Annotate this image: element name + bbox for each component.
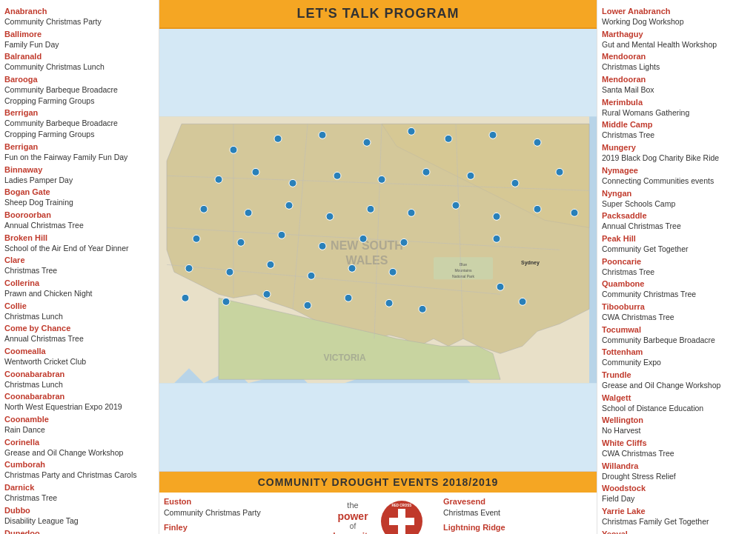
svg-point-27 [289,179,296,187]
left-sidebar-item: School of the Air End of Year Dinner [4,243,154,254]
svg-point-51 [185,264,193,272]
svg-point-55 [348,264,356,272]
right-sidebar-item: Grease and Oil Change Workshop [602,380,752,391]
svg-point-23 [489,131,497,138]
main-content: LET'S TALK PROGRAM Blue [159,0,597,534]
svg-text:Sydney: Sydney [521,260,540,266]
right-sidebar-item: Super Schools Camp [602,198,752,210]
left-sidebar-section-title: Berrigan [4,108,154,117]
left-sidebar-item: North West Equestrian Expo 2019 [4,401,154,413]
right-sidebar-item: Christmas Lights [602,61,752,73]
svg-point-21 [408,127,415,135]
left-sidebar-item: Community Christmas Party [4,16,154,27]
svg-point-34 [200,205,208,213]
right-sidebar-section-title: Middle Camp [602,120,752,129]
left-sidebar-section-title: Collie [4,301,154,310]
svg-text:National Park: National Park [452,274,475,278]
svg-point-39 [408,209,415,216]
left-sidebar-section-title: Binnaway [4,165,154,174]
svg-point-24 [534,138,541,146]
svg-point-47 [319,242,326,250]
left-sidebar-item: Prawn and Chicken Night [4,288,154,299]
right-sidebar-section-title: Mendooran [602,75,752,84]
left-sidebar-section-title: Collerina [4,278,154,287]
svg-point-49 [400,238,408,246]
right-sidebar-section-title: Tocumwal [602,325,752,334]
right-sidebar-section-title: Marthaguy [602,30,752,39]
drought-euston-item: Community Christmas Party [164,507,313,519]
left-sidebar-section-title: Dunedoo [4,529,154,535]
svg-point-63 [345,294,352,301]
right-sidebar: Lower AnabranchWorking Dog WorkshopMarth… [597,0,756,534]
drought-content: Euston Community Christmas Party Finley … [159,493,597,534]
logos-area: the power of humanity AUSTRALIAN RED CRO… [319,497,437,534]
svg-point-65 [419,305,426,313]
right-sidebar-item: Community Christmas Tree [602,289,752,300]
drought-title: COMMUNITY DROUGHT EVENTS 2018/2019 [159,472,597,493]
left-sidebar-item: Grease and Oil Change Workshop [4,447,154,458]
right-sidebar-item: Community Barbeque Broadacre [602,335,752,346]
left-sidebar-section-title: Barooga [4,75,154,84]
right-sidebar-item: CWA Christmas Tree [602,448,752,459]
power-the: the [333,500,372,510]
svg-text:VICTORIA: VICTORIA [323,353,365,363]
svg-rect-68 [398,509,405,534]
right-sidebar-section-title: Yeoval [602,530,752,534]
left-sidebar-section-title: Coonabarabran [4,370,154,378]
drought-finley-title: Finley [164,523,313,532]
power-humanity-logo: the power of humanity [333,500,372,534]
drought-gravesend-title: Gravesend [443,497,592,506]
svg-point-29 [378,176,385,183]
right-sidebar-item: Drought Stress Relief [602,471,752,482]
left-sidebar-item: Community Christmas Lunch [4,61,154,73]
left-sidebar-section-title: Come by Chance [4,324,154,333]
svg-point-40 [452,201,460,209]
svg-point-25 [215,176,222,183]
right-sidebar-section-title: Quambone [602,279,752,288]
left-sidebar-section-title: Coomealla [4,347,154,356]
svg-point-17 [230,146,237,153]
svg-point-46 [278,231,285,238]
left-sidebar-section-title: Dubbo [4,506,154,515]
svg-point-31 [467,172,474,179]
svg-point-22 [445,135,452,142]
svg-point-57 [497,283,504,290]
page-wrapper: AnabranchCommunity Christmas PartyBallim… [0,0,756,534]
svg-point-20 [363,138,371,146]
right-sidebar-section-title: Pooncarie [602,257,752,266]
right-sidebar-item: Gut and Mental Health Workshop [602,39,752,50]
svg-point-58 [519,298,526,305]
svg-point-60 [222,298,230,305]
right-sidebar-item: Working Dog Workshop [602,16,752,27]
drought-gravesend-item: Christmas Event [443,507,592,519]
left-sidebar-section-title: Bogan Gate [4,187,154,196]
redcross-logo: AUSTRALIAN RED CROSS [380,500,423,534]
svg-point-42 [534,205,541,213]
left-sidebar-item: Rain Dance [4,424,154,435]
right-sidebar-section-title: Nymagee [602,166,752,175]
left-sidebar-item: Christmas Lunch [4,311,154,322]
svg-point-32 [511,179,519,187]
right-sidebar-item: Field Day [602,493,752,504]
svg-point-44 [193,235,200,242]
svg-point-41 [493,213,500,220]
left-sidebar-section-title: Ballimore [4,30,154,39]
svg-point-61 [263,290,271,298]
svg-point-53 [267,261,274,268]
drought-col-right: Gravesend Christmas Event Lightning Ridg… [443,497,592,534]
svg-point-35 [245,209,252,216]
right-sidebar-item: Christmas Family Get Together [602,516,752,527]
svg-point-30 [422,168,430,176]
right-sidebar-item: Connecting Communities events [602,176,752,187]
svg-point-45 [237,238,245,246]
right-sidebar-item: School of Distance Education [602,403,752,414]
right-sidebar-item: Community Get Together [602,244,752,255]
svg-text:NEW SOUTH: NEW SOUTH [331,239,403,252]
right-sidebar-section-title: White Cliffs [602,438,752,447]
left-sidebar-section-title: Coonamble [4,415,154,424]
logos-container: the power of humanity AUSTRALIAN RED CRO… [333,497,422,534]
right-sidebar-item: CWA Christmas Tree [602,312,752,323]
left-sidebar-section-title: Corinella [4,438,154,447]
right-sidebar-section-title: Yarrie Lake [602,507,752,515]
bottom-section: COMMUNITY DROUGHT EVENTS 2018/2019 Eusto… [159,471,597,534]
